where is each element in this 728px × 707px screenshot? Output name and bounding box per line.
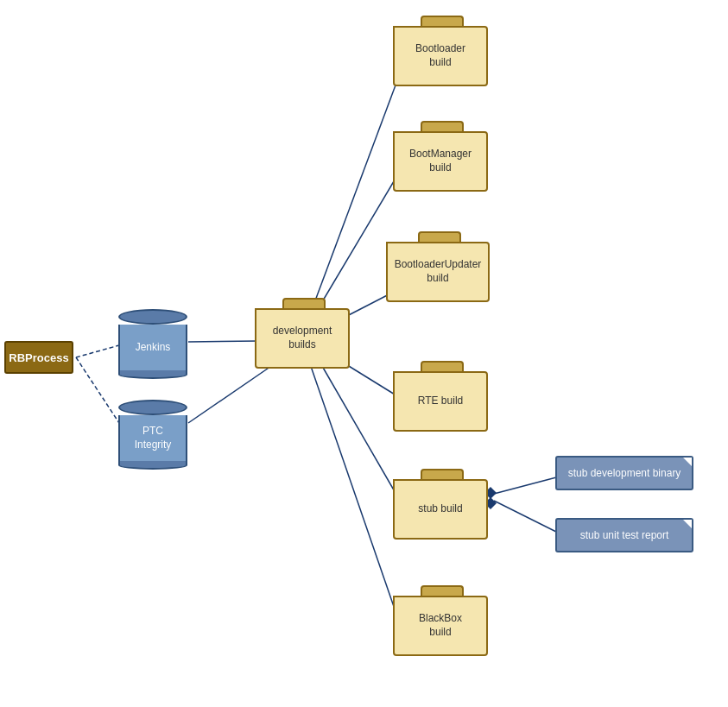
bootmanager-tab bbox=[421, 121, 464, 131]
bootmanager-body: BootManagerbuild bbox=[393, 131, 488, 192]
blackbox-body: BlackBoxbuild bbox=[393, 596, 488, 656]
stub-build-node: stub build bbox=[393, 469, 488, 540]
bootloader-tab bbox=[421, 16, 464, 26]
bootloader-updater-node: BootloaderUpdaterbuild bbox=[386, 231, 490, 302]
rbprocess-box: RBProcess bbox=[4, 341, 73, 374]
svg-line-0 bbox=[76, 345, 119, 357]
ptc-node: PTCIntegrity bbox=[114, 400, 192, 470]
bootloader-node: Bootloaderbuild bbox=[393, 16, 488, 86]
stub-build-label: stub build bbox=[418, 502, 462, 516]
rte-node: RTE build bbox=[393, 361, 488, 432]
svg-line-1 bbox=[76, 357, 119, 423]
jenkins-cylinder-body: Jenkins bbox=[118, 325, 187, 372]
dev-builds-node: development builds bbox=[255, 298, 350, 369]
bootloader-label: Bootloaderbuild bbox=[415, 42, 465, 69]
dev-builds-body: development builds bbox=[255, 308, 350, 369]
stub-unit-test-node: stub unit test report bbox=[555, 518, 693, 552]
ptc-cylinder-top bbox=[118, 400, 187, 415]
jenkins-cylinder-bottom bbox=[118, 370, 187, 379]
rbprocess-label: RBProcess bbox=[9, 351, 68, 364]
connections-svg bbox=[0, 0, 728, 707]
stub-unit-test-label: stub unit test report bbox=[580, 529, 669, 541]
blackbox-node: BlackBoxbuild bbox=[393, 585, 488, 656]
ptc-cylinder-bottom bbox=[118, 461, 187, 470]
svg-line-10 bbox=[494, 477, 560, 494]
blackbox-label: BlackBoxbuild bbox=[419, 612, 462, 639]
bootloader-updater-body: BootloaderUpdaterbuild bbox=[386, 242, 490, 302]
bootloader-body: Bootloaderbuild bbox=[393, 26, 488, 86]
svg-line-3 bbox=[188, 363, 276, 423]
ptc-cylinder-body: PTCIntegrity bbox=[118, 415, 187, 463]
stub-build-tab bbox=[421, 469, 464, 479]
rbprocess-node: RBProcess bbox=[4, 341, 73, 374]
jenkins-label: Jenkins bbox=[136, 341, 171, 355]
bootmanager-label: BootManagerbuild bbox=[409, 148, 472, 174]
svg-line-9 bbox=[307, 354, 399, 622]
dev-builds-label: development builds bbox=[260, 325, 345, 351]
jenkins-node: Jenkins bbox=[114, 309, 192, 379]
bootloader-updater-label: BootloaderUpdaterbuild bbox=[395, 258, 482, 285]
rte-tab bbox=[421, 361, 464, 371]
rte-label: RTE build bbox=[418, 395, 463, 408]
svg-line-8 bbox=[313, 350, 399, 499]
svg-line-2 bbox=[188, 341, 259, 342]
ptc-label: PTCIntegrity bbox=[135, 425, 172, 451]
stub-unit-test-box: stub unit test report bbox=[555, 518, 693, 552]
stub-dev-binary-box: stub development binary bbox=[555, 456, 693, 490]
diagram-container: RBProcess Jenkins PTCIntegrity developme… bbox=[0, 0, 728, 707]
stub-build-body: stub build bbox=[393, 479, 488, 540]
svg-line-4 bbox=[307, 76, 399, 324]
jenkins-cylinder-top bbox=[118, 309, 187, 325]
bootloader-updater-tab bbox=[418, 231, 461, 242]
bootmanager-node: BootManagerbuild bbox=[393, 121, 488, 192]
blackbox-tab bbox=[421, 585, 464, 596]
stub-dev-binary-node: stub development binary bbox=[555, 456, 693, 490]
stub-dev-binary-label: stub development binary bbox=[568, 467, 681, 479]
svg-line-11 bbox=[494, 501, 560, 533]
rte-body: RTE build bbox=[393, 371, 488, 432]
dev-builds-tab bbox=[282, 298, 326, 308]
